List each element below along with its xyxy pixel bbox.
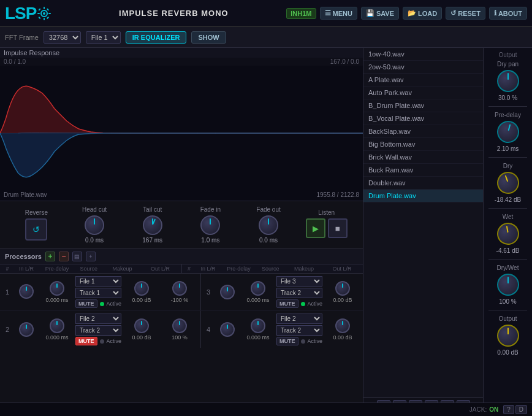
processor-icon-btn-2[interactable]: + xyxy=(86,252,96,261)
row1-predelay-knob[interactable] xyxy=(50,281,64,296)
ir-list-scroll[interactable]: 1ow-40.wav 2ow-50.wav A Plate.wav Auto P… xyxy=(363,48,483,397)
row2-active-led xyxy=(100,339,104,344)
menu-icon: ☰ xyxy=(325,9,331,17)
row2-file-select[interactable]: File 2 xyxy=(75,314,121,324)
help-button[interactable]: ? xyxy=(503,405,514,414)
row3-file-select[interactable]: File 3 xyxy=(276,276,322,287)
tail-cut-knob[interactable] xyxy=(143,215,162,235)
list-item[interactable]: Auto Park.wav xyxy=(363,87,483,99)
row1-track-select[interactable]: Track 1 xyxy=(75,288,121,298)
menu-button[interactable]: ☰ MENU xyxy=(320,7,357,20)
row1-file-select[interactable]: File 1 xyxy=(75,276,121,287)
row2-outlr-knob[interactable] xyxy=(172,318,187,333)
divider-5 xyxy=(488,310,528,310)
ir-list-panel: 1ow-40.wav 2ow-50.wav A Plate.wav Auto P… xyxy=(363,48,483,416)
wet-knob[interactable] xyxy=(495,221,521,247)
list-item[interactable]: Doubler.wav xyxy=(363,177,483,190)
file-select[interactable]: File 1 xyxy=(86,31,121,44)
info-icon: ℹ xyxy=(494,9,496,17)
reverse-button[interactable]: ↺ xyxy=(25,218,47,241)
list-item[interactable]: Buck Ram.wav xyxy=(363,164,483,177)
divider-3 xyxy=(488,208,528,209)
row2-predelay-knob[interactable] xyxy=(50,318,64,333)
table-row: 3 0.000 ms File 3 xyxy=(201,274,363,310)
output-section-label: Output xyxy=(486,52,530,58)
divider-2 xyxy=(488,157,528,158)
list-item[interactable]: Big Bottom.wav xyxy=(363,138,483,151)
row2-num: 2 xyxy=(2,326,13,333)
svg-rect-8 xyxy=(39,16,41,18)
processor-icon-btn-1[interactable]: ▤ xyxy=(72,252,82,261)
row2-pre-delay: 0.000 ms xyxy=(40,318,74,341)
pre-delay-knob[interactable] xyxy=(494,118,521,145)
row4-in-knob[interactable] xyxy=(220,322,235,337)
processor-rows: 1 0.000 ms File 1 xyxy=(0,274,363,416)
list-item[interactable]: 1ow-40.wav xyxy=(363,48,483,61)
col-header-predelay-left: Pre-delay xyxy=(40,266,74,272)
row1-out-lr: -100 % xyxy=(161,281,199,303)
d-button[interactable]: D xyxy=(515,405,527,414)
row1-in-knob[interactable] xyxy=(19,284,34,299)
ir-equalizer-button[interactable]: IR EQUALIZER xyxy=(126,31,187,44)
fade-in-value: 1.0 ms xyxy=(201,237,219,244)
waveform-title: Impulse Response xyxy=(4,49,59,56)
remove-processor-button[interactable]: − xyxy=(59,252,69,261)
row3-in-knob[interactable] xyxy=(220,285,235,299)
col-header-num-left: # xyxy=(2,266,13,272)
row4-mute-button[interactable]: MUTE xyxy=(276,337,298,345)
dry-knob[interactable] xyxy=(493,169,522,197)
row1-source: File 1 Track 1 MUTE Active xyxy=(74,276,123,308)
row1-mute-button[interactable]: MUTE xyxy=(75,299,97,308)
list-item-selected[interactable]: Drum Plate.wav xyxy=(363,190,483,202)
gear-icon xyxy=(37,7,51,20)
row4-active-text: Active xyxy=(308,338,323,344)
col-header-outlr-left: Out L/R xyxy=(142,266,180,272)
col-header-predelay-right: Pre-delay xyxy=(222,266,256,272)
show-button[interactable]: SHOW xyxy=(191,31,226,44)
row3-makeup-knob[interactable] xyxy=(335,281,350,296)
row4-track-select[interactable]: Track 2 xyxy=(276,325,322,336)
load-button[interactable]: 📂 LOAD xyxy=(403,7,442,20)
save-button[interactable]: 💾 SAVE xyxy=(361,7,399,20)
svg-rect-4 xyxy=(37,13,40,14)
waveform-canvas[interactable]: Drum Plate.wav 1955.8 / 2122.8 xyxy=(0,66,363,201)
play-button[interactable]: ▶ xyxy=(306,218,325,238)
list-item[interactable]: A Plate.wav xyxy=(363,74,483,87)
dry-pan-knob[interactable] xyxy=(497,70,519,92)
row2-makeup-knob[interactable] xyxy=(134,318,149,333)
row3-mute-button[interactable]: MUTE xyxy=(276,299,298,308)
row2-track-select[interactable]: Track 2 xyxy=(75,325,121,336)
row4-predelay-knob[interactable] xyxy=(251,318,265,333)
fade-out-knob[interactable] xyxy=(259,215,278,235)
row4-makeup-knob[interactable] xyxy=(335,318,350,333)
list-item[interactable]: Brick Wall.wav xyxy=(363,151,483,164)
row2-predelay-val: 0.000 ms xyxy=(45,334,68,341)
listen-control: Listen ▶ ■ xyxy=(297,209,355,241)
list-item[interactable]: 2ow-50.wav xyxy=(363,61,483,74)
add-processor-button[interactable]: + xyxy=(45,252,55,261)
reset-button[interactable]: ↺ RESET xyxy=(446,7,485,20)
list-item[interactable]: BackSlap.wav xyxy=(363,125,483,138)
list-item[interactable]: B_Drum Plate.wav xyxy=(363,99,483,112)
dry-wet-knob[interactable] xyxy=(497,274,519,296)
output-knob[interactable] xyxy=(497,325,519,347)
fft-frame-label: FFT Frame xyxy=(5,34,39,41)
head-cut-knob[interactable] xyxy=(85,215,104,235)
fade-in-knob[interactable] xyxy=(200,215,220,235)
list-item[interactable]: B_Vocal Plate.wav xyxy=(363,112,483,125)
row1-makeup-knob[interactable] xyxy=(134,281,149,296)
stop-button[interactable]: ■ xyxy=(328,218,348,238)
row3-predelay-knob[interactable] xyxy=(251,281,265,296)
row3-track-select[interactable]: Track 2 xyxy=(276,288,322,298)
toolbar: FFT Frame 32768 File 1 IR EQUALIZER SHOW xyxy=(0,27,532,48)
row2-mute-button[interactable]: MUTE xyxy=(75,337,97,345)
row1-makeup: 0.00 dB xyxy=(123,281,161,303)
row1-outlr-knob[interactable] xyxy=(172,281,187,296)
fft-frame-select[interactable]: 32768 xyxy=(44,31,81,44)
svg-point-1 xyxy=(43,12,45,15)
row2-in-knob[interactable] xyxy=(19,322,34,337)
row4-file-select[interactable]: File 2 xyxy=(276,314,322,324)
about-button[interactable]: ℹ ABOUT xyxy=(489,7,527,20)
row4-mute-active: MUTE Active xyxy=(276,337,322,345)
jack-label: JACK: xyxy=(469,406,487,413)
